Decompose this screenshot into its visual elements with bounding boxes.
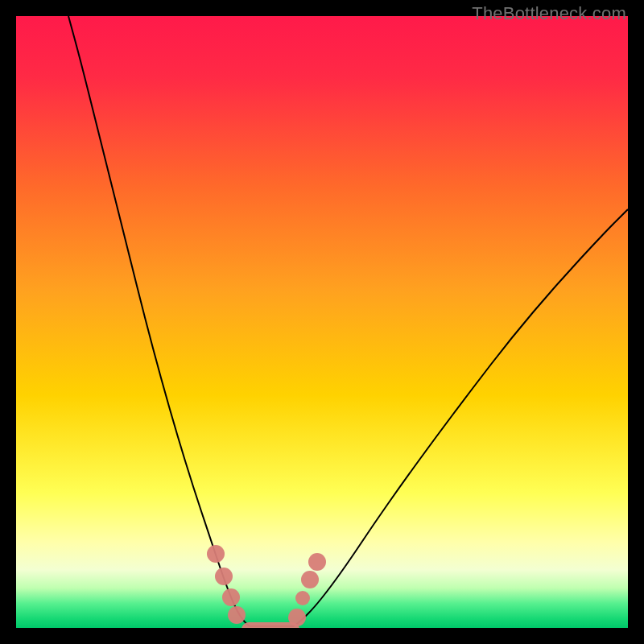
marker-dot	[207, 545, 225, 563]
left-curve	[68, 16, 250, 626]
watermark-text: TheBottleneck.com	[472, 3, 626, 24]
marker-dot	[228, 606, 246, 624]
marker-group	[207, 545, 326, 628]
chart-area	[16, 16, 628, 628]
marker-dot	[288, 609, 306, 626]
marker-dot	[308, 553, 326, 571]
chart-overlay	[16, 16, 628, 628]
marker-dot	[301, 571, 319, 588]
marker-dot	[222, 588, 240, 606]
marker-dot	[215, 568, 233, 585]
right-curve	[294, 209, 628, 626]
marker-dot	[295, 591, 310, 605]
